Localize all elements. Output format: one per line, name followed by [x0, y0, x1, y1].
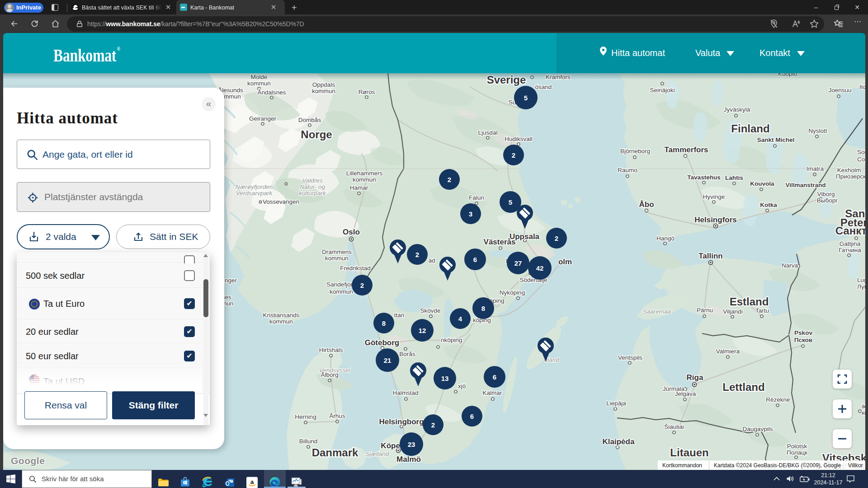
svg-text:Valdres: Valdres [302, 177, 323, 184]
svg-text:Riga: Riga [687, 373, 703, 382]
svg-text:Санкт-Пете: Санкт-Пете [835, 225, 865, 237]
svg-text:kommun: kommun [353, 176, 376, 183]
svg-text:Sandefjord: Sandefjord [326, 281, 356, 288]
svg-text:Billund: Billund [299, 438, 318, 445]
svg-text:6: 6 [493, 373, 496, 381]
svg-text:Villmanstrand: Villmanstrand [785, 182, 826, 188]
svg-text:Litauen: Litauen [670, 446, 708, 459]
svg-text:8: 8 [382, 319, 386, 327]
svg-text:kommun: kommun [247, 80, 271, 87]
svg-text:5: 5 [524, 94, 528, 102]
svg-text:Åbo: Åbo [639, 200, 654, 209]
svg-text:Natur- og: Natur- og [300, 183, 326, 190]
svg-text:Псков: Псков [794, 337, 812, 343]
svg-text:13: 13 [441, 375, 449, 382]
svg-text:Finland: Finland [731, 122, 769, 135]
svg-text:Drammens: Drammens [322, 249, 352, 255]
svg-text:3: 3 [469, 210, 472, 218]
svg-text:Ventspils: Ventspils [618, 354, 642, 361]
svg-text:ad: ad [428, 257, 435, 264]
svg-text:Århus: Århus [329, 413, 345, 419]
svg-text:nger: nger [225, 277, 237, 284]
svg-text:Malmö: Malmö [396, 455, 421, 464]
svg-text:Nærøyfjorden: Nærøyfjorden [236, 183, 273, 190]
svg-text:Tartu: Tartu [755, 307, 769, 314]
svg-text:Narva: Narva [782, 262, 798, 269]
svg-text:Røros: Røros [359, 89, 375, 95]
svg-text:Geiranger: Geiranger [249, 115, 277, 122]
svg-text:Imatra: Imatra [807, 165, 824, 172]
svg-text:Kristiansands: Kristiansands [263, 312, 299, 319]
svg-text:Viljandi: Viljandi [723, 308, 742, 315]
svg-text:Выборг: Выборг [817, 197, 838, 204]
svg-text:Copta: Copta [857, 156, 865, 163]
svg-text:Rēzekne: Rēzekne [766, 396, 790, 403]
svg-text:kulturpark: kulturpark [299, 190, 326, 197]
svg-text:Verdsarvpark: Verdsarvpark [236, 190, 273, 197]
svg-text:Oppdals: Oppdals [312, 81, 335, 88]
svg-text:8: 8 [481, 305, 485, 312]
svg-text:a: a [250, 479, 254, 485]
svg-text:Lahtis: Lahtis [725, 174, 743, 181]
svg-text:Hirtshals: Hirtshals [319, 347, 343, 353]
svg-text:Herning: Herning [295, 413, 316, 420]
svg-text:Kotka: Kotka [760, 202, 777, 208]
svg-text:Helsingfors: Helsingfors [694, 216, 737, 224]
svg-text:Björneborg: Björneborg [620, 148, 650, 155]
svg-text:2: 2 [512, 151, 515, 159]
svg-text:kommun: kommun [330, 288, 353, 295]
svg-text:2: 2 [448, 176, 451, 183]
svg-text:kommun: kommun [325, 255, 349, 262]
svg-text:42: 42 [536, 264, 544, 272]
svg-text:6: 6 [470, 413, 474, 420]
svg-text:Liepāja: Liepāja [606, 400, 626, 407]
svg-text:2: 2 [415, 251, 419, 258]
svg-text:Sorda: Sorda [857, 149, 865, 155]
svg-text:Lettland: Lettland [722, 381, 764, 393]
svg-text:Ilo: Ilo [859, 84, 865, 90]
svg-text:Norge: Norge [301, 128, 332, 141]
svg-text:6: 6 [473, 256, 477, 263]
svg-text:Приозерск: Приозерск [836, 173, 865, 180]
svg-text:Hangö: Hangö [656, 235, 675, 242]
svg-text:ikije: ikije [862, 403, 865, 410]
svg-text:ttan: ttan [394, 312, 405, 319]
svg-text:Seinäjoki: Seinäjoki [650, 87, 675, 94]
svg-text:Jyväskylä: Jyväskylä [724, 106, 750, 113]
svg-text:tland: tland [546, 357, 559, 363]
svg-text:Saaremaa: Saaremaa [643, 308, 671, 315]
svg-text:Hamar: Hamar [350, 184, 368, 191]
svg-text:Pskov: Pskov [794, 329, 812, 336]
svg-text:Skövde: Skövde [420, 307, 440, 314]
svg-text:Tavastehus: Tavastehus [687, 174, 720, 181]
svg-text:Nyköping: Nyköping [500, 289, 525, 296]
svg-text:Kalmar: Kalmar [483, 389, 502, 396]
svg-text:Danmark: Danmark [312, 446, 359, 459]
svg-text:Sjælland: Sjælland [365, 450, 389, 457]
svg-text:5: 5 [509, 198, 512, 206]
svg-text:xjö: xjö [458, 383, 466, 389]
svg-text:Šiauliai: Šiauliai [664, 423, 684, 430]
svg-text:2: 2 [360, 282, 364, 289]
svg-text:Ljusdal: Ljusdal [478, 129, 498, 136]
svg-text:Lillehammers: Lillehammers [346, 170, 383, 177]
svg-text:kommun: kommun [312, 88, 335, 94]
svg-text:Raumo: Raumo [618, 167, 637, 174]
svg-text:Ålborg: Ålborg [321, 371, 338, 378]
svg-text:кие: кие [862, 409, 865, 416]
svg-text:Joensuu: Joensuu [828, 87, 851, 94]
svg-text:Vossevangen: Vossevangen [263, 198, 299, 205]
svg-text:Viborg: Viborg [817, 191, 835, 197]
svg-text:Daugavpils: Daugavpils [743, 426, 773, 432]
svg-text:Estland: Estland [730, 296, 769, 308]
svg-text:Oslo: Oslo [343, 228, 360, 236]
svg-text:Valmiera: Valmiera [716, 348, 740, 355]
svg-text:Hudiksvall: Hudiksvall [505, 136, 533, 142]
svg-text:Åndalsnes: Åndalsnes [257, 89, 286, 96]
svg-text:27: 27 [514, 259, 522, 267]
svg-text:Jelgava: Jelgava [675, 390, 696, 397]
svg-text:Hyvinge: Hyvinge [703, 193, 725, 200]
svg-text:Helsingborg: Helsingborg [379, 418, 424, 426]
svg-text:Göteborg: Göteborg [365, 338, 400, 347]
svg-text:Гатчина: Гатчина [839, 247, 861, 253]
